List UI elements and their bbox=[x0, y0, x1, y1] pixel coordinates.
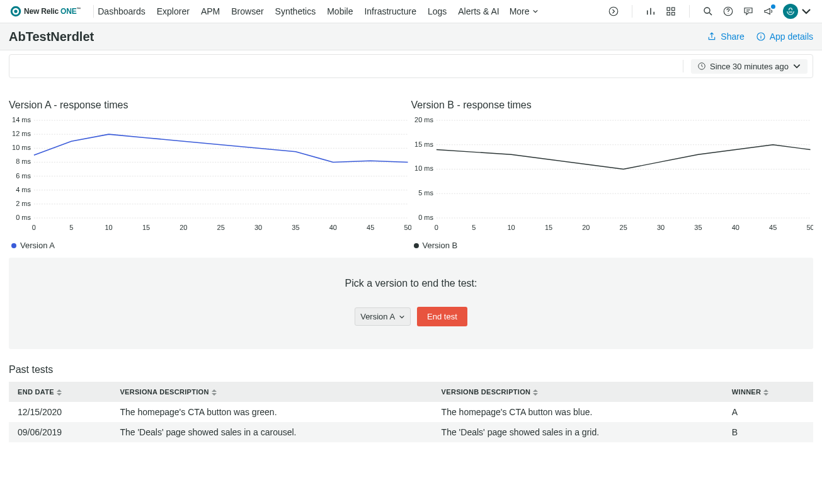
svg-text:5: 5 bbox=[472, 224, 476, 231]
svg-text:25: 25 bbox=[619, 224, 627, 231]
svg-text:20 ms: 20 ms bbox=[414, 117, 433, 123]
svg-text:15: 15 bbox=[544, 224, 552, 231]
svg-text:10: 10 bbox=[507, 224, 515, 231]
nav-link-infrastructure[interactable]: Infrastructure bbox=[364, 6, 416, 16]
share-button[interactable]: Share bbox=[707, 32, 744, 42]
nav-more-label: More bbox=[510, 6, 530, 16]
svg-text:4 ms: 4 ms bbox=[16, 186, 31, 193]
nav-link-mobile[interactable]: Mobile bbox=[327, 6, 353, 16]
nav-link-dashboards[interactable]: Dashboards bbox=[98, 6, 146, 16]
notification-dot bbox=[771, 4, 775, 9]
nav-link-logs[interactable]: Logs bbox=[428, 6, 447, 16]
version-select-value: Version A bbox=[360, 312, 395, 321]
col-winner[interactable]: WINNER bbox=[723, 382, 813, 402]
svg-text:10 ms: 10 ms bbox=[414, 164, 433, 172]
svg-text:0: 0 bbox=[434, 224, 438, 231]
svg-text:5 ms: 5 ms bbox=[418, 189, 433, 197]
col-end-date[interactable]: END DATE bbox=[9, 382, 111, 402]
cell-winner: B bbox=[723, 422, 813, 442]
svg-text:5: 5 bbox=[69, 224, 73, 231]
top-nav: New Relic ONE™ Dashboards Explorer APM B… bbox=[0, 0, 822, 23]
cell-versiona: The homepage's CTA button was green. bbox=[111, 402, 432, 422]
brand-logo[interactable]: New Relic ONE™ bbox=[10, 6, 81, 17]
time-picker[interactable]: Since 30 minutes ago bbox=[691, 59, 808, 74]
nav-link-explorer[interactable]: Explorer bbox=[157, 6, 190, 16]
table-row[interactable]: 09/06/2019 The 'Deals' page showed sales… bbox=[9, 422, 813, 442]
chevron-down-icon bbox=[801, 6, 812, 17]
chevron-down-icon bbox=[532, 8, 539, 14]
svg-text:35: 35 bbox=[292, 224, 299, 231]
col-versiona[interactable]: VERSIONA DESCRIPTION bbox=[111, 382, 432, 402]
svg-text:0: 0 bbox=[32, 224, 36, 231]
svg-text:10: 10 bbox=[105, 224, 113, 231]
user-menu[interactable] bbox=[783, 6, 812, 17]
app-details-button[interactable]: App details bbox=[756, 32, 813, 42]
chart-title: Version B - response times bbox=[411, 87, 814, 111]
legend-label: Version B bbox=[423, 241, 458, 250]
search-icon[interactable] bbox=[702, 6, 714, 17]
end-test-button[interactable]: End test bbox=[417, 307, 467, 326]
nav-separator bbox=[93, 5, 94, 18]
svg-point-1 bbox=[14, 9, 17, 13]
clock-icon bbox=[697, 62, 706, 71]
info-icon bbox=[756, 32, 766, 42]
time-picker-bar: Since 30 minutes ago bbox=[9, 54, 813, 78]
table-header-row: END DATE VERSIONA DESCRIPTION VERSIONB D… bbox=[9, 382, 813, 402]
svg-rect-6 bbox=[672, 13, 675, 16]
cell-end-date: 09/06/2019 bbox=[9, 422, 111, 442]
past-tests-title: Past tests bbox=[9, 364, 813, 375]
help-icon[interactable] bbox=[722, 6, 734, 17]
version-select[interactable]: Version A bbox=[355, 307, 411, 326]
table-row[interactable]: 12/15/2020 The homepage's CTA button was… bbox=[9, 402, 813, 422]
go-icon[interactable] bbox=[608, 6, 619, 17]
svg-text:2 ms: 2 ms bbox=[16, 200, 31, 207]
svg-text:40: 40 bbox=[731, 224, 739, 231]
nav-link-alerts[interactable]: Alerts & AI bbox=[458, 6, 499, 16]
share-label: Share bbox=[721, 32, 744, 42]
svg-text:12 ms: 12 ms bbox=[12, 130, 31, 137]
legend: Version B bbox=[411, 236, 814, 253]
col-versionb[interactable]: VERSIONB DESCRIPTION bbox=[433, 382, 723, 402]
nav-more-dropdown[interactable]: More bbox=[510, 6, 539, 16]
separator bbox=[683, 60, 683, 72]
svg-text:20: 20 bbox=[582, 224, 590, 231]
svg-text:10 ms: 10 ms bbox=[12, 144, 31, 151]
avatar bbox=[783, 4, 798, 19]
svg-point-2 bbox=[609, 7, 618, 16]
legend-label: Version A bbox=[20, 241, 55, 250]
chart-version-a: Version A - response times 0 ms2 ms4 ms6… bbox=[9, 87, 411, 253]
apps-grid-icon[interactable] bbox=[665, 6, 676, 17]
svg-point-7 bbox=[704, 8, 710, 13]
svg-text:15: 15 bbox=[142, 224, 150, 231]
nav-link-synthetics[interactable]: Synthetics bbox=[275, 6, 316, 16]
svg-text:20: 20 bbox=[180, 224, 187, 231]
svg-text:45: 45 bbox=[367, 224, 374, 231]
feedback-icon[interactable] bbox=[743, 6, 754, 17]
nav-links: Dashboards Explorer APM Browser Syntheti… bbox=[98, 6, 499, 16]
header-actions: Share App details bbox=[707, 32, 813, 42]
announce-icon[interactable] bbox=[763, 6, 774, 17]
svg-text:35: 35 bbox=[694, 224, 702, 231]
bar-chart-icon[interactable] bbox=[645, 6, 656, 17]
chart-area[interactable]: 0 ms2 ms4 ms6 ms8 ms10 ms12 ms14 ms05101… bbox=[9, 117, 411, 234]
svg-text:45: 45 bbox=[769, 224, 777, 231]
nav-link-apm[interactable]: APM bbox=[201, 6, 220, 16]
chart-area[interactable]: 0 ms5 ms10 ms15 ms20 ms05101520253035404… bbox=[411, 117, 814, 234]
sort-icon bbox=[533, 389, 538, 396]
brand-name: New Relic ONE™ bbox=[24, 7, 81, 16]
header-bar: AbTestNerdlet Share App details bbox=[0, 23, 822, 50]
cell-winner: A bbox=[723, 402, 813, 422]
end-test-panel: Pick a version to end the test: Version … bbox=[9, 258, 813, 349]
cell-end-date: 12/15/2020 bbox=[9, 402, 111, 422]
cell-versiona: The 'Deals' page showed sales in a carou… bbox=[111, 422, 432, 442]
chart-title: Version A - response times bbox=[9, 87, 411, 111]
chevron-down-icon bbox=[792, 62, 801, 71]
nav-separator bbox=[632, 5, 632, 18]
svg-rect-5 bbox=[667, 13, 670, 16]
svg-text:50: 50 bbox=[806, 224, 813, 231]
svg-text:6 ms: 6 ms bbox=[16, 172, 31, 180]
svg-rect-3 bbox=[667, 8, 670, 11]
svg-text:0 ms: 0 ms bbox=[418, 214, 433, 221]
nav-link-browser[interactable]: Browser bbox=[231, 6, 263, 16]
svg-text:40: 40 bbox=[329, 224, 337, 231]
